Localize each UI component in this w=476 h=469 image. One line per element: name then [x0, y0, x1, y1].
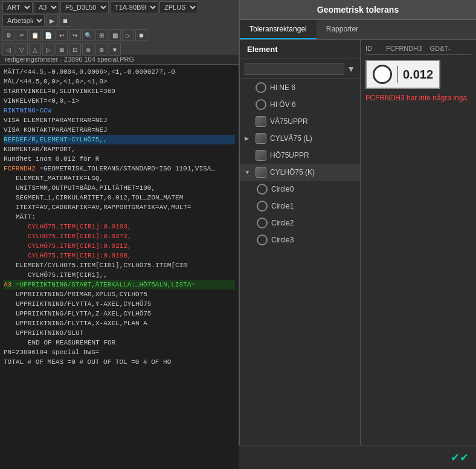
tree-item-circle1[interactable]: Circle1: [240, 198, 360, 215]
checkmark-icon[interactable]: ✔✔: [451, 451, 469, 464]
panel-content: Element ▼ HI NE 6 HI ÖV 6 VÄ75UPPR: [240, 40, 476, 463]
code-line: STARTVINKEL=0,SLUTVINKEL=360: [4, 86, 235, 96]
tolerance-table-header: ID FCFRNDH3 GD&T-: [365, 45, 471, 55]
code-line: UPPRIIKTNING/PRIMÄR,XPLUS,CYLHÖ75: [4, 289, 235, 299]
panel-tabs: Toleransrektangel Rapporter: [240, 20, 476, 40]
code-line: MÄTT/<44.5,-0.0004,0.0006>,<1,-0.0000277…: [4, 67, 235, 77]
code-line: CYLHÖ75.ITEM[CIR1]:0.0212,: [4, 241, 235, 251]
code-line: ITEXT=AV,CADGRAFIK=AV,RAPPORTGRAFIK=AV,M…: [4, 202, 235, 212]
code-line: CYLHÖ75.ITEM[CIR1]:0.0193,: [4, 222, 235, 231]
tb-btn-6[interactable]: ↪: [69, 29, 81, 41]
code-line: VISA KONTAKTPARAMETRAR=NEJ: [4, 125, 235, 135]
col-header-gdt: GD&T-: [430, 45, 472, 52]
f5-select[interactable]: F5_D3L50: [60, 1, 109, 13]
search-input[interactable]: [245, 63, 344, 75]
tree-item-label: Circle3: [271, 236, 294, 244]
tb-btn-10[interactable]: ▷: [122, 29, 134, 41]
arbetsplan-select[interactable]: Arbetsplan: [2, 15, 45, 27]
circle-icon: [257, 201, 268, 212]
code-line: CYLHÖ75.ITEM[CIR1],,: [4, 270, 235, 280]
filter-icon[interactable]: ▼: [347, 64, 355, 74]
code-line: ELEMENT/CYLHÖ75.ITEM[CIR1],CYLHÖ75.ITEM[…: [4, 260, 235, 270]
tb-btn-4[interactable]: 📄: [42, 29, 54, 41]
tb-btn-5[interactable]: ↩: [56, 29, 68, 41]
search-bar: ▼: [240, 59, 360, 79]
left-panel: ART A3 F5_D3L50 T1A-90B90 ZPLUS Arbetspl…: [0, 0, 239, 469]
tree-item-label: HI NE 6: [270, 83, 295, 92]
tb2-btn-5[interactable]: ⊠: [56, 44, 68, 56]
zplus-select[interactable]: ZPLUS: [159, 1, 198, 13]
code-line: UPPRIIKTNING/FLYTTA,Z-AXEL,CYLHÖ75: [4, 309, 235, 319]
run-button[interactable]: ▶: [46, 15, 58, 27]
tb2-btn-2[interactable]: ▽: [16, 44, 28, 56]
tb-btn-11[interactable]: ⏺: [135, 29, 147, 41]
no-data-message: FCFRNDH3 har inte några inga: [365, 94, 471, 102]
code-line: RIKTNING=CCW: [4, 106, 235, 115]
tree-item-circle2[interactable]: Circle2: [240, 215, 360, 231]
col-header-id: ID: [365, 45, 384, 52]
filter-btn[interactable]: ▼: [109, 44, 121, 56]
file-tab-label: redigeringsfönster - 23896 104 special.P…: [5, 56, 134, 63]
toolbar: ART A3 F5_D3L50 T1A-90B90 ZPLUS Arbetspl…: [0, 0, 239, 54]
code-line: UPPRIIKTNING/FLYTTA,X-AXEL,PLAN A: [4, 319, 235, 328]
code-line: CYLHÖ75.ITEM[CIR1]:0.0198,: [4, 251, 235, 260]
tree-item-circle0[interactable]: Circle0: [240, 181, 360, 198]
tb2-btn-6[interactable]: ⊡: [69, 44, 81, 56]
tolerance-circle-symbol: [373, 65, 392, 84]
tree-item-ho75uppr[interactable]: HÖ75UPPR: [240, 147, 360, 164]
tab-toleransrektangel[interactable]: Toleransrektangel: [240, 20, 317, 39]
tb-btn-3[interactable]: 📋: [29, 29, 41, 41]
tb-btn-8[interactable]: ⊞: [95, 29, 108, 41]
chevron-down-icon: ▼: [245, 169, 252, 175]
tree-item-label: Circle1: [271, 202, 294, 210]
circle-icon: [257, 234, 268, 245]
code-line: VISA ELEMENTPARAMETRAR=NEJ: [4, 115, 235, 125]
tree-item-label: CYLHÖ75 (K): [270, 168, 315, 176]
tree-item-label: HÖ75UPPR: [270, 151, 309, 160]
tolerance-info: ID FCFRNDH3 GD&T- 0.012 FCFRNDH3 har int…: [361, 40, 476, 463]
tb-btn-9[interactable]: ▦: [109, 29, 121, 41]
circle-icon: [256, 99, 266, 110]
tree-item-label: HI ÖV 6: [270, 100, 296, 109]
tb2-btn-7[interactable]: ⊗: [82, 44, 94, 56]
tree-item-cylva75[interactable]: ▶ CYLVÄ75 (L): [240, 130, 360, 147]
tolerance-divider: [397, 66, 398, 83]
tree-item-circle3[interactable]: Circle3: [240, 231, 360, 248]
tree-item-va75uppr[interactable]: VÄ75UPPR: [240, 113, 360, 130]
code-line: ELEMENT_MATEMATIK=LSQ,: [4, 173, 235, 183]
code-line: MÄTT:: [4, 212, 235, 222]
code-line: END OF MEASUREMENT FOR: [4, 338, 235, 348]
code-line-a3: A3 =UPPRIIKTNING/START,ÅTERKALLA:_HÖ75AL…: [4, 280, 235, 289]
tb2-btn-8[interactable]: ⊕: [95, 44, 108, 56]
tb-btn-1[interactable]: ⚙: [2, 29, 14, 41]
code-line-refdef: REFDEF/R,ELEMENT=CYLHÖ75,,: [4, 135, 235, 144]
col-header-fcfrndh3: FCFRNDH3: [386, 45, 428, 52]
a3-select[interactable]: A3: [34, 1, 59, 13]
cylinder-icon: [256, 116, 266, 127]
tab-rapporter[interactable]: Rapporter: [317, 20, 368, 39]
tb-btn-2[interactable]: ✂: [16, 29, 28, 41]
code-line-fcfrndh2: FCFRNDH2 =GEOMETRISK_TOLERANS/STANDARD=I…: [4, 164, 235, 173]
art-select[interactable]: ART: [2, 1, 33, 13]
title-bar: Geometrisk tolerans: [240, 0, 476, 20]
chevron-right-icon: ▶: [245, 135, 252, 141]
tree-item-hi-ne-6[interactable]: HI NE 6: [240, 79, 360, 96]
t1a-select[interactable]: T1A-90B90: [110, 1, 158, 13]
toolbar-row-1: ART A3 F5_D3L50 T1A-90B90 ZPLUS Arbetspl…: [0, 0, 239, 28]
tb2-btn-4[interactable]: ▷: [42, 44, 54, 56]
code-line: UNITS=MM,OUTPUT=BÅDA,PILTÄTHET=100,: [4, 183, 235, 193]
element-section-header: Element: [240, 40, 360, 59]
tree-item-label: CYLVÄ75 (L): [270, 134, 312, 143]
code-line: UPPRIIKTNING/FLYTTA,Y-AXEL,CYLHÖ75: [4, 299, 235, 309]
tb2-btn-1[interactable]: ◁: [2, 44, 14, 56]
tree-item-hi-ov-6[interactable]: HI ÖV 6: [240, 96, 360, 113]
cylinder-icon: [256, 150, 266, 161]
tb2-btn-3[interactable]: △: [29, 44, 41, 56]
tb-btn-7[interactable]: 🔍: [82, 29, 94, 41]
stop-button[interactable]: ⏹: [59, 15, 71, 27]
element-list: Element ▼ HI NE 6 HI ÖV 6 VÄ75UPPR: [240, 40, 361, 463]
code-line: VINKELVEKT=<0,0,-1>: [4, 96, 235, 106]
tree-item-cylho75[interactable]: ▼ CYLHÖ75 (K): [240, 164, 360, 181]
tree-item-label: Circle2: [271, 219, 294, 227]
code-line: KOMMENTAR/RAPPORT,: [4, 144, 235, 154]
